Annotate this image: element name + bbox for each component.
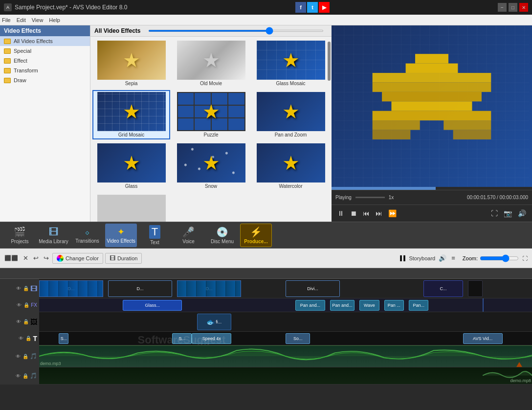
preview-canvas: [332, 25, 532, 187]
audio1-visibility-btn[interactable]: 👁: [15, 353, 21, 360]
effect-clip-glass[interactable]: Glass...: [123, 300, 182, 311]
overlay-track: 👁 🔒 🖼 🐟 fi...: [0, 312, 532, 332]
effects-scrollbar-thumb[interactable]: [328, 42, 331, 81]
video-thumb-1: [39, 280, 103, 297]
effect-lock-btn[interactable]: 🔒: [23, 302, 30, 308]
toolbar-projects[interactable]: 🎬 Projects: [4, 224, 36, 247]
overlay-lock-btn[interactable]: 🔒: [22, 319, 29, 325]
select-tool-button[interactable]: ⬛⬛: [3, 253, 20, 263]
video-clip-black[interactable]: [468, 280, 483, 297]
prev-frame-button[interactable]: ⏮: [361, 208, 372, 218]
track-visibility-btn[interactable]: 👁: [16, 285, 22, 292]
svg-rect-4: [373, 82, 491, 91]
toolbar-disc-menu[interactable]: 💿 Disc Menu: [206, 224, 238, 247]
menu-edit[interactable]: Edit: [17, 17, 26, 23]
effect-oldmovie[interactable]: Old Movie: [172, 39, 250, 88]
text-track: 👁 🔒 T S... S... Speed 4x So... AVS Vid..…: [0, 332, 532, 345]
audio-track-2-content[interactable]: demo.mp8: [39, 367, 532, 384]
vfx-draw[interactable]: Draw: [0, 75, 90, 85]
effects-size-slider[interactable]: [148, 30, 324, 32]
preview-speed-label: 1x: [389, 195, 394, 200]
facebook-icon[interactable]: f: [295, 2, 306, 13]
video-clip-3[interactable]: Divi...: [286, 280, 340, 297]
toolbar-video-effects[interactable]: ✦ Video Effects: [105, 224, 137, 247]
playback-bar[interactable]: [332, 187, 532, 190]
text-clip-avs[interactable]: AVS Vid...: [463, 333, 503, 344]
track-lock-btn[interactable]: 🔒: [22, 285, 29, 292]
stop-button[interactable]: ⏹: [348, 208, 359, 218]
maximize-button[interactable]: □: [509, 3, 517, 12]
text-track-content[interactable]: S... S... Speed 4x So... AVS Vid... Soft…: [39, 332, 532, 345]
menu-view[interactable]: View: [32, 17, 44, 23]
toolbar-text[interactable]: T Text: [139, 224, 171, 247]
effect-sepia[interactable]: Sepia: [92, 39, 170, 88]
video-clip-4[interactable]: C...: [423, 280, 463, 297]
overlay-visibility-btn[interactable]: 👁: [16, 319, 22, 325]
text-lock-btn[interactable]: 🔒: [25, 335, 32, 342]
effect-snow[interactable]: ❄ ❄ ❄ ❄ ❄ ❄ Snow: [172, 141, 250, 191]
close-button[interactable]: ✕: [519, 3, 528, 12]
minimize-button[interactable]: −: [498, 3, 507, 12]
audio-track-1-content[interactable]: demo.mp3: [39, 345, 532, 367]
text-clip-so[interactable]: So...: [286, 333, 310, 344]
effect-watercolor[interactable]: Watercolor: [252, 141, 330, 191]
effect-label-sepia: Sepia: [125, 81, 138, 86]
redo-button[interactable]: ↪: [42, 253, 50, 263]
effect-more[interactable]: [92, 193, 170, 222]
audio-settings-button[interactable]: 🔊: [437, 253, 448, 263]
effect-puzzle[interactable]: ★ Puzzle: [172, 90, 250, 139]
snapshot-button[interactable]: 📷: [502, 208, 514, 218]
effect-track-content[interactable]: Glass... Pan and... Pan and... Wave Pan …: [39, 298, 532, 312]
next-frame-button[interactable]: ⏭: [374, 208, 384, 218]
overlay-clip-fish[interactable]: 🐟 fi...: [197, 314, 232, 330]
effect-clip-pan3[interactable]: Pan ...: [384, 300, 404, 311]
audio2-lock-btn[interactable]: 🔒: [22, 373, 29, 379]
text-visibility-btn[interactable]: 👁: [18, 335, 24, 342]
toolbar-voice[interactable]: 🎤 Voice: [173, 224, 204, 247]
delete-button[interactable]: ✕: [22, 253, 30, 263]
effect-label-oldmovie: Old Movie: [200, 81, 222, 86]
audio-track-2-icon: 🎵: [30, 372, 37, 379]
vfx-all[interactable]: All Video Effects: [0, 36, 90, 46]
vfx-transform[interactable]: Transform: [0, 66, 90, 75]
effect-clip-pan2[interactable]: Pan and...: [330, 300, 355, 311]
effect-panzoom[interactable]: Pan and Zoom: [252, 90, 330, 139]
track-settings-button[interactable]: ≡: [450, 253, 457, 263]
menu-help[interactable]: Help: [49, 17, 60, 23]
effect-visibility-btn[interactable]: 👁: [16, 302, 22, 308]
volume-button[interactable]: 🔊: [516, 208, 528, 218]
puzzle-piece: [178, 118, 194, 130]
audio-track-2-controls: 👁 🔒 🎵: [0, 367, 39, 384]
toolbar-transitions[interactable]: ⬦ Transitions: [71, 224, 103, 247]
effects-grid-container[interactable]: Sepia Old Movie Glass Mosaic: [90, 37, 332, 222]
undo-button[interactable]: ↩: [32, 253, 40, 263]
audio2-visibility-btn[interactable]: 👁: [15, 373, 21, 379]
pause-button[interactable]: ⏸: [335, 208, 346, 218]
change-color-button[interactable]: Change Color: [52, 253, 103, 264]
effect-clip-wave[interactable]: Wave: [359, 300, 379, 311]
preview-speed-slider[interactable]: [355, 197, 385, 198]
audio1-lock-btn[interactable]: 🔒: [22, 353, 29, 360]
play-end-button[interactable]: ⏩: [386, 208, 399, 218]
fullscreen-button[interactable]: ⛶: [489, 208, 500, 218]
toolbar-produce[interactable]: ⚡ Produce...: [240, 224, 272, 247]
duration-button[interactable]: 🎞 Duration: [105, 253, 142, 264]
effect-clip-pan4[interactable]: Pan...: [409, 300, 428, 311]
twitter-icon[interactable]: t: [307, 2, 318, 13]
overlay-track-content[interactable]: 🐟 fi...: [39, 312, 532, 331]
youtube-icon[interactable]: ▶: [319, 2, 330, 13]
effect-gridmosaic[interactable]: Grid Mosaic: [92, 90, 170, 139]
vfx-special[interactable]: Special: [0, 46, 90, 56]
video-clip-1b[interactable]: D...: [108, 280, 172, 297]
effect-clip-pan1[interactable]: Pan and...: [295, 300, 325, 311]
menu-file[interactable]: File: [2, 17, 11, 23]
effect-glass[interactable]: Glass: [92, 141, 170, 191]
vfx-effect[interactable]: Effect: [0, 56, 90, 66]
effect-glassmosaic[interactable]: Glass Mosaic: [252, 39, 330, 88]
preview-star-svg: [332, 25, 532, 187]
text-clip-s[interactable]: S...: [59, 333, 68, 344]
zoom-slider[interactable]: [480, 254, 519, 262]
video-track-content[interactable]: D... D... D... Divi... C...: [39, 279, 532, 298]
toolbar-media-library[interactable]: 🎞 Media Library: [38, 224, 69, 247]
zoom-fit-button[interactable]: ⛶: [521, 254, 529, 263]
